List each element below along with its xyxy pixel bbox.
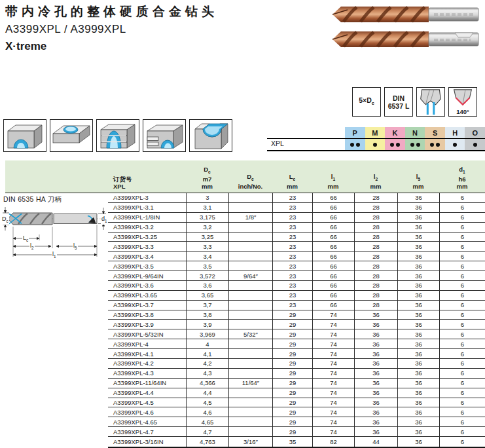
table-row: A3399XPL-44297436366 xyxy=(108,339,485,349)
table-cell-lc: 29 xyxy=(272,388,312,398)
table-cell-order_no: A3399XPL-3.4 xyxy=(108,252,186,261)
diagram-label-d1: d1 xyxy=(101,215,108,225)
picto-stacked-plates xyxy=(96,119,139,152)
table-cell-lc: 29 xyxy=(272,417,312,426)
table-cell-l2: 36 xyxy=(354,388,397,398)
table-cell-l1: 66 xyxy=(312,223,354,232)
table-cell-order_no: A3399XPL-3/16IN xyxy=(108,437,186,447)
cross-hole-icon xyxy=(145,122,184,149)
stacked-plates-icon xyxy=(98,122,137,149)
table-cell-dc_inch xyxy=(228,291,272,300)
table-row: A3399XPL-3.43,4236628366 xyxy=(108,252,485,261)
table-cell-lc: 29 xyxy=(272,359,312,368)
table-cell-dc_mm: 4,65 xyxy=(186,417,228,426)
table-cell-dc_mm: 3,4 xyxy=(186,252,228,261)
table-row: A3399XPL-3.83,8297436366 xyxy=(108,310,485,320)
table-cell-l2: 28 xyxy=(354,193,397,202)
suitability-dot xyxy=(430,143,434,147)
column-header-line: mm xyxy=(413,183,424,190)
table-cell-dc_inch xyxy=(228,427,272,436)
table-cell-dc_mm: 3,65 xyxy=(186,291,228,300)
table-cell-dc_inch xyxy=(228,398,272,407)
table-cell-lc: 29 xyxy=(272,427,312,436)
material-group-H: H xyxy=(445,127,465,138)
column-header-line: mm xyxy=(202,183,213,190)
table-cell-lc: 35 xyxy=(272,437,312,447)
table-cell-order_no: A3399XPL-4.1 xyxy=(108,349,186,358)
table-cell-dc_inch xyxy=(228,349,272,358)
material-row-label: XPL xyxy=(271,140,284,147)
column-header-line: m7 xyxy=(203,176,212,183)
table-cell-dc_inch: 9/64″ xyxy=(228,271,272,280)
column-header-line: l2 xyxy=(374,173,378,183)
table-row: A3399XPL-4.54,5297436366 xyxy=(108,398,485,408)
table-cell-d1: 6 xyxy=(439,417,485,426)
column-header-line: mm xyxy=(328,183,339,190)
table-cell-l2: 36 xyxy=(354,398,397,407)
table-row: A3399XPL-33236628366 xyxy=(108,193,485,203)
dimension-table: A3399XPL-33236628366A3399XPL-3.13,123662… xyxy=(108,193,485,448)
table-cell-l2: 36 xyxy=(354,320,397,329)
table-cell-dc_mm: 3,9 xyxy=(186,320,228,329)
table-cell-lc: 23 xyxy=(272,252,312,261)
table-cell-l1: 66 xyxy=(312,271,354,280)
table-cell-l1: 74 xyxy=(312,359,354,368)
material-groups-strip: XPL PMKNSHO xyxy=(267,127,485,151)
table-cell-dc_inch xyxy=(228,320,272,329)
table-cell-dc_mm: 3,2 xyxy=(186,223,228,232)
table-cell-dc_mm: 4,4 xyxy=(186,388,228,398)
table-cell-dc_mm: 3 xyxy=(186,193,228,202)
material-group-N: N xyxy=(405,127,425,138)
table-cell-order_no: A3399XPL-4.4 xyxy=(108,388,186,398)
table-row: A3399XPL-4.24,2297436366 xyxy=(108,359,485,369)
table-cell-l5: 36 xyxy=(397,203,439,212)
table-row: A3399XPL-3.63,6236628366 xyxy=(108,281,485,291)
table-cell-dc_mm: 4,6 xyxy=(186,407,228,417)
table-cell-l5: 36 xyxy=(397,223,439,232)
model-numbers: A3399XPL / A3999XPL xyxy=(5,20,218,38)
table-cell-order_no: A3399XPL-3.7 xyxy=(108,301,186,310)
table-cell-l1: 66 xyxy=(312,213,354,222)
material-group-O: O xyxy=(465,127,485,138)
material-dots-O xyxy=(465,139,485,150)
table-cell-order_no: A3399XPL-3.1 xyxy=(108,203,186,212)
suitability-dot xyxy=(436,143,440,147)
table-cell-l2: 36 xyxy=(354,379,397,388)
table-row: A3399XPL-5/32IN3,9695/32″297436366 xyxy=(108,329,485,339)
table-cell-lc: 29 xyxy=(272,310,312,320)
table-row: A3399XPL-1/8IN3,1751/8″236628366 xyxy=(108,213,485,223)
table-cell-d1: 6 xyxy=(439,310,485,320)
table-cell-d1: 6 xyxy=(439,193,485,202)
table-cell-l2: 36 xyxy=(354,417,397,426)
diagram-label-l2: l2 xyxy=(29,242,35,252)
table-cell-d1: 6 xyxy=(439,261,485,271)
table-cell-l1: 74 xyxy=(312,417,354,426)
din-standard-label: DIN 6537 L xyxy=(388,94,410,110)
table-cell-l5: 36 xyxy=(397,291,439,300)
column-header-line: h6 xyxy=(458,176,465,183)
table-cell-lc: 23 xyxy=(272,233,312,242)
material-dots-P xyxy=(345,139,365,150)
column-header-line: l1 xyxy=(331,173,335,183)
table-cell-l5: 36 xyxy=(397,329,439,339)
table-row: A3399XPL-4.64,6297436366 xyxy=(108,407,485,417)
table-row: A3399XPL-4.74,7297436366 xyxy=(108,427,485,437)
table-cell-l5: 36 xyxy=(397,301,439,310)
table-cell-lc: 29 xyxy=(272,379,312,388)
table-cell-dc_mm: 3,572 xyxy=(186,271,228,280)
table-cell-dc_mm: 3,7 xyxy=(186,301,228,310)
table-cell-l1: 74 xyxy=(312,407,354,417)
table-cell-l5: 36 xyxy=(397,349,439,358)
table-cell-l2: 36 xyxy=(354,359,397,368)
table-cell-dc_inch xyxy=(228,203,272,212)
table-cell-d1: 6 xyxy=(439,369,485,378)
table-cell-lc: 29 xyxy=(272,398,312,407)
table-cell-l2: 28 xyxy=(354,291,397,300)
table-cell-lc: 23 xyxy=(272,193,312,202)
table-cell-l2: 28 xyxy=(354,242,397,251)
material-dots-K xyxy=(385,139,405,150)
table-cell-l5: 36 xyxy=(397,369,439,378)
table-cell-lc: 23 xyxy=(272,223,312,232)
table-cell-dc_inch xyxy=(228,223,272,232)
table-cell-l1: 74 xyxy=(312,329,354,339)
